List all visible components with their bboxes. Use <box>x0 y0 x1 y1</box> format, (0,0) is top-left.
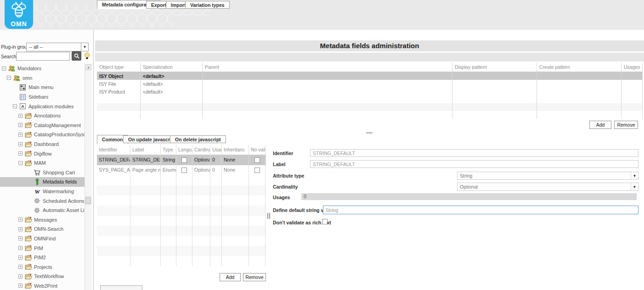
scrollbar-up-icon[interactable]: ▲ <box>85 64 91 70</box>
tree-item-web2print[interactable]: +Web2Print <box>0 281 85 290</box>
fields-table-row[interactable] <box>97 236 266 246</box>
object-column-header[interactable]: Specialization <box>141 63 203 72</box>
fields-table-row[interactable] <box>97 206 266 216</box>
fields-table-row[interactable]: STRING_DEFAULTSTRING_DEFAULTStringOption… <box>97 155 266 165</box>
object-table-row[interactable] <box>97 103 643 111</box>
fields-column-header[interactable]: Label <box>130 145 161 155</box>
chevron-down-icon[interactable]: ▼ <box>81 43 88 51</box>
tree-expander-icon[interactable]: + <box>18 151 23 156</box>
tree-expander-icon[interactable]: + <box>18 246 23 250</box>
tree-item-catalogmanagement[interactable]: +CatalogManagement <box>0 121 85 130</box>
tree-expander-icon[interactable]: + <box>18 256 23 260</box>
tree-item-automatic-asset-linker-and-tag[interactable]: Automatic Asset Linker and Tag <box>0 206 85 215</box>
horizontal-splitter-handle[interactable] <box>366 132 373 134</box>
chevron-down-icon[interactable]: ▼ <box>631 172 638 179</box>
tree-item-projects[interactable]: +Projects <box>0 262 85 272</box>
tree-item-sidebars[interactable]: Sidebars <box>0 92 85 102</box>
tree-item-watermarking[interactable]: WWatermarking <box>0 187 85 196</box>
fields-column-header[interactable]: No validat <box>249 145 266 155</box>
tree-expander-icon[interactable]: − <box>2 67 6 71</box>
checkbox[interactable] <box>181 157 187 163</box>
tree-expander-icon[interactable]: + <box>18 133 23 137</box>
object-column-header[interactable]: Object type <box>97 63 141 72</box>
default-string-input[interactable] <box>323 206 638 214</box>
tab-on-delete-javascript[interactable]: On delete javascript <box>170 135 226 143</box>
checkbox[interactable] <box>181 167 187 173</box>
tree-item-omnfind[interactable]: +OMNFind <box>0 234 85 244</box>
tree-item-shopping-cart[interactable]: Shopping Cart <box>0 168 85 178</box>
tree-item-metadata-fields[interactable]: Metadata fields <box>0 177 85 187</box>
object-table-row[interactable]: ISY Product<default> <box>97 88 643 95</box>
identifier-input[interactable] <box>310 149 638 157</box>
fields-table-row[interactable] <box>97 216 266 226</box>
label-input[interactable] <box>310 160 638 168</box>
tree-item-application-modules[interactable]: −AApplication modules <box>0 101 85 111</box>
tree-expander-icon[interactable]: + <box>18 114 23 118</box>
tree-expander-icon[interactable]: + <box>18 227 23 231</box>
search-input[interactable] <box>16 52 70 61</box>
object-table-row[interactable]: ISY Object<default> <box>97 72 643 80</box>
fields-table-row[interactable] <box>97 185 266 195</box>
fields-column-header[interactable]: Type <box>161 145 176 155</box>
fields-column-header[interactable]: Cardinalit <box>192 145 210 155</box>
tree-item-main-menu[interactable]: Main menu <box>0 83 85 92</box>
tree-item-mandators[interactable]: −Mandators <box>0 64 85 73</box>
tree-expander-icon[interactable]: + <box>18 218 23 222</box>
tab-variation-types[interactable]: Variation types <box>185 1 230 9</box>
object-table-row[interactable] <box>97 95 643 103</box>
tree-item-scheduled-actions[interactable]: Scheduled Actions <box>0 196 85 206</box>
tree-item-annotations[interactable]: +Annotations <box>0 111 85 121</box>
vertical-splitter-handle[interactable] <box>267 212 271 218</box>
fields-table-row[interactable] <box>97 226 266 236</box>
hint-button[interactable] <box>83 51 91 61</box>
tree-item-textworkflow[interactable]: +TextWorkflow <box>0 272 85 281</box>
chevron-down-icon[interactable]: ▼ <box>631 183 638 190</box>
tree-expander-icon[interactable]: − <box>18 161 23 165</box>
object-column-header[interactable]: Parent <box>203 63 452 72</box>
tree-item-pim2[interactable]: +PIM2 <box>0 253 85 262</box>
tree-expander-icon[interactable]: + <box>18 236 23 240</box>
rich-text-checkbox[interactable] <box>322 219 328 224</box>
tree-expander-icon[interactable]: + <box>18 265 23 269</box>
fields-table-row[interactable]: SYS_PAGE_ANPage angle rotEnumeratOptiona… <box>97 165 266 175</box>
attribute-type-select[interactable]: String ▼ <box>457 172 638 180</box>
object-column-header[interactable]: Display pattern <box>452 63 537 72</box>
tree-scrollbar[interactable]: ▲ <box>85 64 91 290</box>
bottom-cutoff-button[interactable] <box>100 285 142 290</box>
field-add-button[interactable]: Add <box>220 273 241 281</box>
scrollbar-thumb[interactable] <box>85 197 91 204</box>
tree-item-dashboard[interactable]: +Dashboard <box>0 139 85 149</box>
object-column-header[interactable]: Usages <box>621 63 643 72</box>
fields-table-row[interactable] <box>97 246 266 256</box>
tree-expander-icon[interactable]: − <box>7 76 11 80</box>
fields-column-header[interactable]: Inheritanc <box>222 145 249 155</box>
tree-expander-icon[interactable]: + <box>18 284 23 288</box>
fields-column-header[interactable]: Identifier <box>97 145 130 155</box>
tree-item-omn-search[interactable]: +OMN-Search <box>0 224 85 234</box>
tree-item-pim[interactable]: +PIM <box>0 243 85 253</box>
checkbox[interactable] <box>254 167 260 173</box>
object-table-row[interactable] <box>97 111 643 119</box>
tree-expander-icon[interactable]: + <box>18 274 23 279</box>
fields-table-row[interactable] <box>97 195 266 206</box>
tree-expander-icon[interactable]: − <box>13 104 17 108</box>
tree-item-mam[interactable]: −MAM <box>0 158 85 168</box>
fields-column-header[interactable]: Usage <box>210 145 222 155</box>
checkbox[interactable] <box>254 157 260 163</box>
object-table-row[interactable]: ISY File<default> <box>97 80 643 88</box>
omn-logo[interactable]: OMN <box>5 0 33 29</box>
tree-item-digiflow[interactable]: +Digiflow <box>0 149 85 158</box>
tree-item-messages[interactable]: +Messages <box>0 215 85 225</box>
fields-table-row[interactable] <box>97 175 266 185</box>
field-remove-button[interactable]: Remove <box>243 273 266 281</box>
search-button[interactable] <box>72 51 81 61</box>
plugin-group-select[interactable]: -- all -- ▼ <box>26 43 89 51</box>
tree-expander-icon[interactable]: + <box>18 142 23 146</box>
tree-item-catalogproductionsystem[interactable]: +CatalogProductionSystem <box>0 130 85 139</box>
fields-column-header[interactable]: Languag <box>176 145 192 155</box>
object-add-button[interactable]: Add <box>589 121 611 129</box>
object-column-header[interactable]: Create pattern <box>537 63 621 72</box>
fields-table-row[interactable] <box>97 256 266 266</box>
tree-expander-icon[interactable]: + <box>18 123 23 127</box>
tree-item-omn[interactable]: −omn <box>0 73 85 83</box>
